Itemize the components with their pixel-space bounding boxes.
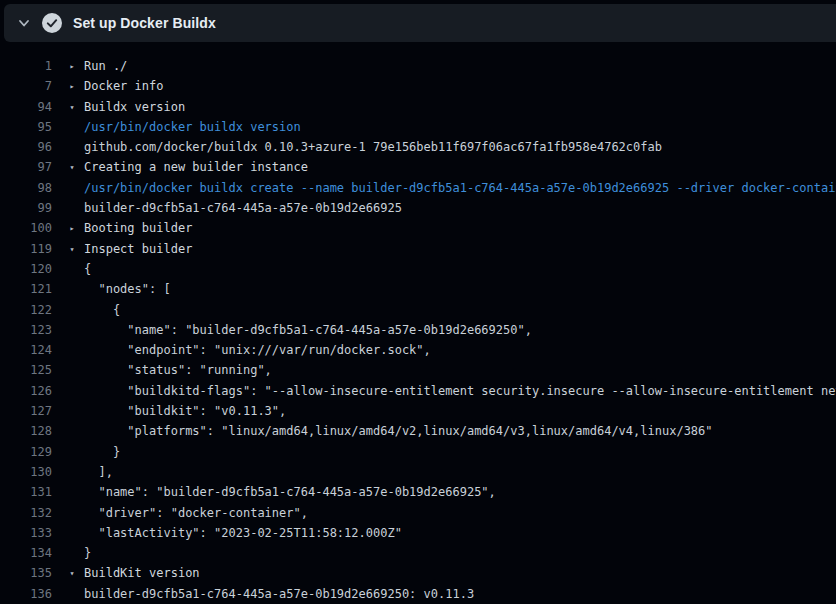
log-group-row[interactable]: 97 ▾ Creating a new builder instance xyxy=(4,157,836,177)
group-toggle-icon[interactable]: ▾ xyxy=(65,157,79,177)
line-number[interactable]: 128 xyxy=(4,421,52,441)
log-line-row: 121 "nodes": [ xyxy=(4,279,836,299)
log-text: builder-d9cfb5a1-c764-445a-a57e-0b19d2e6… xyxy=(84,584,474,604)
group-toggle-icon[interactable]: ▾ xyxy=(65,239,79,259)
line-number[interactable]: 130 xyxy=(4,462,52,482)
log-text: "nodes": [ xyxy=(84,279,171,299)
log-text: /usr/bin/docker buildx create --name bui… xyxy=(84,178,836,198)
line-number[interactable]: 131 xyxy=(4,482,52,502)
log-line-row: 123 "name": "builder-d9cfb5a1-c764-445a-… xyxy=(4,320,836,340)
log-text: Docker info xyxy=(84,76,163,96)
log-line-row: 95 /usr/bin/docker buildx version xyxy=(4,117,836,137)
log-lines-container: 1 ▸ Run ./ 7 ▸ Docker info 94 ▾ Buildx v… xyxy=(4,56,836,604)
line-number[interactable]: 7 xyxy=(4,76,52,96)
log-text: "name": "builder-d9cfb5a1-c764-445a-a57e… xyxy=(84,320,532,340)
log-line-row: 130 ], xyxy=(4,462,836,482)
log-group-row[interactable]: 100 ▸ Booting builder xyxy=(4,218,836,238)
line-number[interactable]: 97 xyxy=(4,157,52,177)
line-number[interactable]: 127 xyxy=(4,401,52,421)
line-number[interactable]: 96 xyxy=(4,137,52,157)
line-number[interactable]: 99 xyxy=(4,198,52,218)
line-number[interactable]: 126 xyxy=(4,381,52,401)
log-text: ], xyxy=(84,462,113,482)
log-group-row[interactable]: 1 ▸ Run ./ xyxy=(4,56,836,76)
line-number[interactable]: 132 xyxy=(4,503,52,523)
log-line-row: 122 { xyxy=(4,300,836,320)
log-line-row: 99 builder-d9cfb5a1-c764-445a-a57e-0b19d… xyxy=(4,198,836,218)
log-text: { xyxy=(84,259,91,279)
log-line-row: 125 "status": "running", xyxy=(4,360,836,380)
log-line-row: 120 { xyxy=(4,259,836,279)
log-line-row: 134 } xyxy=(4,543,836,563)
line-number[interactable]: 135 xyxy=(4,563,52,583)
log-text: { xyxy=(84,300,120,320)
log-output: 1 ▸ Run ./ 7 ▸ Docker info 94 ▾ Buildx v… xyxy=(4,42,836,604)
group-toggle-icon[interactable]: ▸ xyxy=(65,76,79,96)
line-number[interactable]: 134 xyxy=(4,543,52,563)
log-line-row: 131 "name": "builder-d9cfb5a1-c764-445a-… xyxy=(4,482,836,502)
log-text: Creating a new builder instance xyxy=(84,157,308,177)
line-number[interactable]: 125 xyxy=(4,360,52,380)
log-text: } xyxy=(84,543,91,563)
line-number[interactable]: 119 xyxy=(4,239,52,259)
log-text: "buildkit": "v0.11.3", xyxy=(84,401,286,421)
log-line-row: 128 "platforms": "linux/amd64,linux/amd6… xyxy=(4,421,836,441)
log-text: } xyxy=(84,442,120,462)
line-number[interactable]: 1 xyxy=(4,56,52,76)
check-circle-icon xyxy=(42,13,62,33)
line-number[interactable]: 122 xyxy=(4,300,52,320)
log-text: "status": "running", xyxy=(84,360,272,380)
line-number[interactable]: 124 xyxy=(4,340,52,360)
group-toggle-icon[interactable]: ▸ xyxy=(65,56,79,76)
log-line-row: 129 } xyxy=(4,442,836,462)
log-line-row: 132 "driver": "docker-container", xyxy=(4,503,836,523)
log-text: github.com/docker/buildx 0.10.3+azure-1 … xyxy=(84,137,662,157)
log-text: Booting builder xyxy=(84,218,192,238)
log-text: Inspect builder xyxy=(84,239,192,259)
log-group-row[interactable]: 7 ▸ Docker info xyxy=(4,76,836,96)
log-text: "endpoint": "unix:///var/run/docker.sock… xyxy=(84,340,431,360)
step-title: Set up Docker Buildx xyxy=(73,15,216,31)
line-number[interactable]: 98 xyxy=(4,178,52,198)
log-text: "driver": "docker-container", xyxy=(84,503,308,523)
log-text: "name": "builder-d9cfb5a1-c764-445a-a57e… xyxy=(84,482,496,502)
log-text: "platforms": "linux/amd64,linux/amd64/v2… xyxy=(84,421,713,441)
log-line-row: 133 "lastActivity": "2023-02-25T11:58:12… xyxy=(4,523,836,543)
line-number[interactable]: 123 xyxy=(4,320,52,340)
log-group-row[interactable]: 135 ▾ BuildKit version xyxy=(4,563,836,583)
log-line-row: 124 "endpoint": "unix:///var/run/docker.… xyxy=(4,340,836,360)
log-line-row: 127 "buildkit": "v0.11.3", xyxy=(4,401,836,421)
line-number[interactable]: 95 xyxy=(4,117,52,137)
group-toggle-icon[interactable]: ▸ xyxy=(65,218,79,238)
log-text: /usr/bin/docker buildx version xyxy=(84,117,301,137)
line-number[interactable]: 121 xyxy=(4,279,52,299)
log-group-row[interactable]: 94 ▾ Buildx version xyxy=(4,97,836,117)
log-line-row: 126 "buildkitd-flags": "--allow-insecure… xyxy=(4,381,836,401)
chevron-down-icon[interactable] xyxy=(17,16,31,30)
log-text: Buildx version xyxy=(84,97,185,117)
step-header[interactable]: Set up Docker Buildx xyxy=(4,4,836,42)
log-text: BuildKit version xyxy=(84,563,200,583)
log-text: Run ./ xyxy=(84,56,127,76)
line-number[interactable]: 120 xyxy=(4,259,52,279)
group-toggle-icon[interactable]: ▾ xyxy=(65,563,79,583)
line-number[interactable]: 133 xyxy=(4,523,52,543)
log-text: "lastActivity": "2023-02-25T11:58:12.000… xyxy=(84,523,402,543)
log-text: builder-d9cfb5a1-c764-445a-a57e-0b19d2e6… xyxy=(84,198,402,218)
log-line-row: 96 github.com/docker/buildx 0.10.3+azure… xyxy=(4,137,836,157)
log-group-row[interactable]: 119 ▾ Inspect builder xyxy=(4,239,836,259)
log-line-row: 136 builder-d9cfb5a1-c764-445a-a57e-0b19… xyxy=(4,584,836,604)
line-number[interactable]: 136 xyxy=(4,584,52,604)
line-number[interactable]: 129 xyxy=(4,442,52,462)
line-number[interactable]: 94 xyxy=(4,97,52,117)
log-line-row: 98 /usr/bin/docker buildx create --name … xyxy=(4,178,836,198)
log-text: "buildkitd-flags": "--allow-insecure-ent… xyxy=(84,381,836,401)
group-toggle-icon[interactable]: ▾ xyxy=(65,97,79,117)
line-number[interactable]: 100 xyxy=(4,218,52,238)
